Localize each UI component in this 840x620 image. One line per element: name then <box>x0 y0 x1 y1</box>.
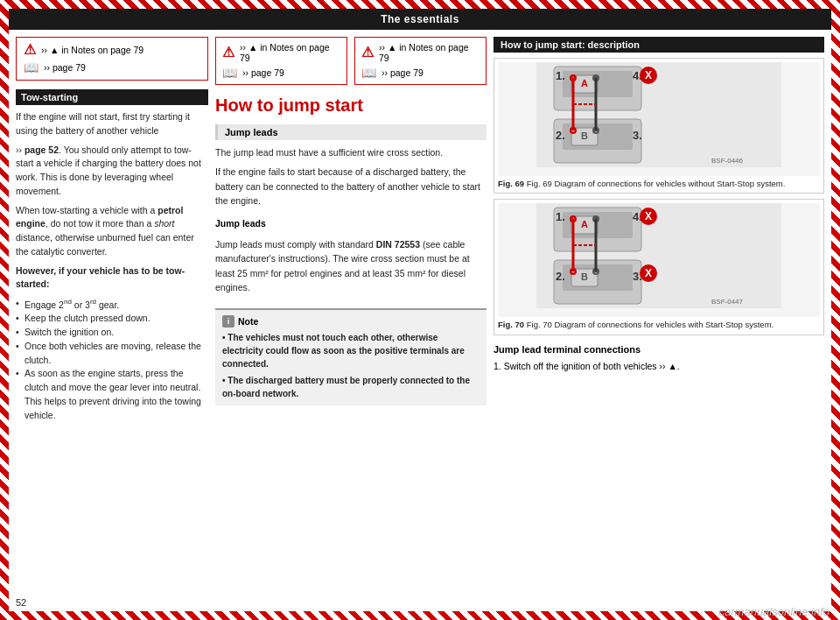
mid-jump-para: Jump leads must comply with standard DIN… <box>215 237 486 294</box>
mid-warn-text-1: ›› ▲ in Notes on page 79 <box>240 42 340 63</box>
jump-leads-subtitle: Jump leads <box>215 218 486 229</box>
svg-text:B: B <box>581 130 588 141</box>
note-label: Note <box>238 316 258 327</box>
bullet-list: Engage 2nd or 3rd gear. Keep the clutch … <box>16 297 208 422</box>
svg-text:A: A <box>581 219 588 229</box>
main-container: The essentials ⚠ ›› ▲ in Notes on page 7… <box>9 9 831 611</box>
diagram-image-1: A + - 1. 4. X <box>498 62 820 176</box>
left-para-2: ›› page 52. You should only attempt to t… <box>16 144 208 199</box>
diagram-svg-1: A + - 1. 4. X <box>498 62 820 167</box>
mid-warn-row-2: 📖 ›› page 79 <box>222 66 340 80</box>
mid-body-text: The jump lead must have a sufficient wir… <box>215 145 486 213</box>
left-body-text: If the engine will not start, first try … <box>16 110 208 427</box>
mid-warn-text-4: ›› page 79 <box>382 67 424 78</box>
left-para-1: If the engine will not start, first try … <box>16 110 208 138</box>
note-icon: i <box>222 315 234 328</box>
middle-column: ⚠ ›› ▲ in Notes on page 79 📖 ›› page 79 … <box>215 37 486 604</box>
bullet-item-1: Engage 2nd or 3rd gear. <box>16 297 208 312</box>
watermark: carmanualsonline.info <box>719 605 830 618</box>
how-to-jump-start-title: How to jump start <box>215 95 486 116</box>
page-number: 52 <box>16 597 26 608</box>
svg-text:X: X <box>645 69 652 81</box>
mid-warning-icon-1: ⚠ <box>222 46 234 60</box>
note-item-1: • The vehicles must not touch each other… <box>222 331 480 370</box>
warning-row-2: 📖 ›› page 79 <box>24 60 200 74</box>
mid-book-icon-1: 📖 <box>222 66 237 80</box>
mid-warn-text-3: ›› ▲ in Notes on page 79 <box>379 42 480 63</box>
diagram-image-2: A + - 1. 4. X B <box>498 203 820 317</box>
note-header: i Note <box>222 315 480 328</box>
left-para-3: When tow-starting a vehicle with a petro… <box>16 204 208 259</box>
mid-warn-row-1: ⚠ ›› ▲ in Notes on page 79 <box>222 42 340 63</box>
svg-text:2.: 2. <box>556 270 565 283</box>
diagram-svg-2: A + - 1. 4. X B <box>498 203 820 308</box>
left-warn-text-2: ›› page 79 <box>44 62 86 73</box>
right-section-title: How to jump start: description <box>494 37 824 53</box>
mid-warn-text-2: ›› page 79 <box>242 67 284 78</box>
bullet-item-4: Once both vehicles are moving, release t… <box>16 340 208 368</box>
left-para-4: However, if your vehicle has to be tow-s… <box>16 264 208 292</box>
jump-terminal-text: 1. Switch off the ignition of both vehic… <box>494 360 824 374</box>
header-title: The essentials <box>381 13 459 25</box>
diagram-caption-2: Fig. 70 Fig. 70 Diagram of connections f… <box>498 319 820 330</box>
note-text: • The vehicles must not touch each other… <box>222 331 480 400</box>
svg-text:X: X <box>645 267 652 279</box>
diagram-caption-1: Fig. 69 Fig. 69 Diagram of connections f… <box>498 178 820 189</box>
svg-text:A: A <box>581 78 588 88</box>
book-icon-1: 📖 <box>24 60 38 74</box>
jump-leads-bar: Jump leads <box>215 124 486 140</box>
mid-para-1: The jump lead must have a sufficient wir… <box>215 145 486 159</box>
svg-text:BSF-0446: BSF-0446 <box>711 157 744 165</box>
left-warn-text-1: ›› ▲ in Notes on page 79 <box>41 45 144 55</box>
note-item-2: • The discharged battery must be properl… <box>222 374 480 400</box>
bullet-item-5: As soon as the engine starts, press the … <box>16 367 208 422</box>
bullet-item-3: Switch the ignition on. <box>16 326 208 340</box>
svg-text:X: X <box>645 210 652 222</box>
mid-jump-text: Jump leads must comply with standard DIN… <box>215 237 486 299</box>
terminal-step-1: 1. Switch off the ignition of both vehic… <box>494 361 680 371</box>
mid-warn-box-2: ⚠ ›› ▲ in Notes on page 79 📖 ›› page 79 <box>354 37 486 85</box>
mid-warn-row-4: 📖 ›› page 79 <box>361 66 480 80</box>
mid-warning-icon-2: ⚠ <box>361 46 374 60</box>
tow-starting-title: Tow-starting <box>16 89 208 105</box>
svg-text:B: B <box>581 271 588 282</box>
bullet-item-2: Keep the clutch pressed down. <box>16 312 208 326</box>
content-area: ⚠ ›› ▲ in Notes on page 79 📖 ›› page 79 … <box>9 30 831 611</box>
warning-triangle-icon: ⚠ <box>24 43 36 57</box>
diagram-box-2: A + - 1. 4. X B <box>494 199 824 335</box>
mid-para-2: If the engine fails to start because of … <box>215 165 486 208</box>
svg-text:1.: 1. <box>556 69 565 82</box>
svg-text:3.: 3. <box>633 129 642 142</box>
right-column: How to jump start: description A <box>494 37 824 604</box>
mid-warning-boxes: ⚠ ›› ▲ in Notes on page 79 📖 ›› page 79 … <box>215 37 486 85</box>
jump-terminal-title: Jump lead terminal connections <box>494 344 824 355</box>
mid-warn-row-3: ⚠ ›› ▲ in Notes on page 79 <box>361 42 480 63</box>
mid-book-icon-2: 📖 <box>361 66 376 80</box>
left-column: ⚠ ›› ▲ in Notes on page 79 📖 ›› page 79 … <box>16 37 208 604</box>
svg-text:BSF-0447: BSF-0447 <box>711 298 744 306</box>
diagram-box-1: A + - 1. 4. X <box>494 58 824 194</box>
warning-row-1: ⚠ ›› ▲ in Notes on page 79 <box>24 43 200 57</box>
mid-warn-box-1: ⚠ ›› ▲ in Notes on page 79 📖 ›› page 79 <box>215 37 347 85</box>
note-box: i Note • The vehicles must not touch eac… <box>215 308 486 405</box>
header-bar: The essentials <box>9 9 831 30</box>
left-warning-box: ⚠ ›› ▲ in Notes on page 79 📖 ›› page 79 <box>16 37 208 81</box>
svg-text:1.: 1. <box>556 210 565 223</box>
svg-text:2.: 2. <box>556 129 565 142</box>
